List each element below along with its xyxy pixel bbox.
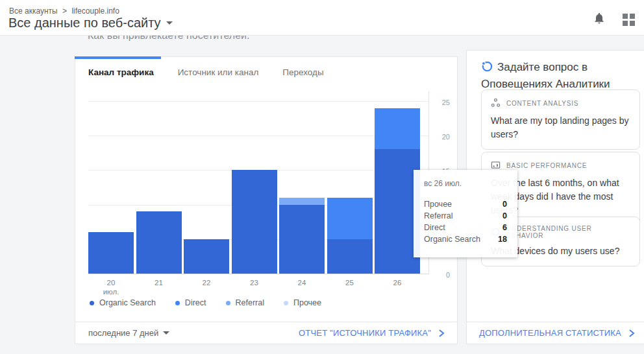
more-insights-link[interactable]: ДОПОЛНИТЕЛЬНАЯ СТАТИСТИКА [479,328,636,338]
bar-segment-organic-search[interactable] [279,205,325,274]
tab-traffic-channel[interactable]: Канал трафика [88,67,154,77]
insight-category: UNDERSTANDING USER BEHAVIOR [506,225,630,239]
page-title: Все данные по веб-сайту [8,16,161,30]
tooltip-row: Organic Search 18 [424,233,507,245]
bar-segment-organic-search[interactable] [136,211,182,274]
tooltip-value: 6 [502,222,507,233]
y-axis-tick: 25 [434,99,450,106]
cluster-icon [491,98,501,109]
gridline [88,274,429,274]
tab-bar: Канал трафика Источник или канал Переход… [75,57,457,77]
traffic-sources-report-link[interactable]: ОТЧЕТ "ИСТОЧНИКИ ТРАФИКА" [299,328,445,338]
legend-label: Прочее [293,298,321,307]
tooltip-label: Referral [424,210,452,222]
analytics-page: Как вы привлекаете посетителей. Все акка… [0,0,644,354]
analytics-intelligence-icon [481,60,493,77]
legend-dot-icon [90,301,94,305]
bar-day-20[interactable] [88,232,134,274]
chevron-right-icon [438,329,445,338]
notifications-bell-icon[interactable] [593,12,606,27]
traffic-channels-card: Канал трафика Источник или канал Переход… [75,56,458,344]
x-axis-tick: 24 [279,278,325,287]
chart-tooltip: вс 26 июл. Прочее 0 Referral 0 Direct 6 … [414,170,517,257]
breadcrumb-separator: > [62,6,67,16]
insights-footer: ДОПОЛНИТЕЛЬНАЯ СТАТИСТИКА [467,322,644,344]
chevron-down-icon [163,331,169,335]
view-selector[interactable]: Все данные по веб-сайту [8,16,173,30]
tooltip-row: Direct 6 [424,222,507,233]
legend-label: Organic Search [99,298,156,307]
insight-card-content-analysis[interactable]: CONTENT ANALYSIS What are my top landing… [481,89,640,150]
bar-segment-direct[interactable] [375,108,420,150]
chevron-right-icon [628,329,636,338]
legend-dot-icon [284,301,288,305]
tab-referrals[interactable]: Переходы [282,67,323,77]
report-link-label: ОТЧЕТ "ИСТОЧНИКИ ТРАФИКА" [299,328,431,338]
tab-source-medium[interactable]: Источник или канал [178,67,259,77]
x-axis-tick: 20июл. [88,278,134,296]
chart-legend: Organic Search Direct Referral Прочее [90,298,321,307]
date-range-label: последние 7 дней [88,328,158,338]
insight-question: What are my top landing pages by users? [491,114,630,141]
panel-title-text: Задайте вопрос в Оповещениях Аналитики [481,61,610,90]
bar-segment-organic-search[interactable] [88,232,134,274]
tooltip-label: Прочее [424,198,452,210]
legend-label: Direct [185,298,206,307]
tooltip-value: 0 [502,210,507,222]
bar-segment-organic-search[interactable] [232,170,277,274]
legend-item-other: Прочее [284,298,321,307]
legend-label: Referral [236,298,264,307]
y-axis-tick: 0 [434,271,450,279]
tooltip-value: 18 [498,233,507,245]
chart-plot: 051015202520июл.212223242526 [88,91,429,274]
insight-category: BASIC PERFORMANCE [506,162,587,169]
tooltip-value: 0 [502,198,507,210]
breadcrumb-property[interactable]: lifecouple.info [71,6,119,16]
bar-day-21[interactable] [136,211,182,274]
app-header: Все аккаунты > lifecouple.info Все данны… [0,0,644,36]
bar-day-24[interactable] [279,198,325,274]
bar-day-25[interactable] [327,198,373,274]
more-insights-label: ДОПОЛНИТЕЛЬНАЯ СТАТИСТИКА [479,328,621,338]
x-axis-tick: 23 [232,278,277,287]
legend-item-organic-search: Organic Search [90,298,156,307]
active-tab-indicator [75,56,161,59]
x-axis-tick: 25 [327,278,373,287]
bar-segment-referral[interactable] [279,198,325,205]
insight-category: CONTENT ANALYSIS [506,100,578,107]
breadcrumb: Все аккаунты > lifecouple.info [9,6,122,16]
y-axis-tick: 20 [434,133,450,141]
bar-segment-organic-search[interactable] [184,239,229,274]
legend-dot-icon [226,301,230,305]
tooltip-date: вс 26 июл. [424,179,507,188]
apps-grid-icon[interactable] [623,14,635,26]
tooltip-label: Direct [424,222,445,233]
bar-segment-direct[interactable] [327,198,373,239]
x-axis-tick: 26 [375,278,420,287]
bar-day-22[interactable] [184,239,229,274]
x-axis-tick: 22 [184,278,229,287]
date-range-selector[interactable]: последние 7 дней [88,328,169,338]
legend-dot-icon [175,301,180,305]
legend-item-direct: Direct [175,298,206,307]
bar-day-23[interactable] [232,170,277,274]
x-axis-tick: 21 [136,278,182,287]
tooltip-row: Прочее 0 [424,198,507,210]
legend-item-referral: Referral [226,298,264,307]
breadcrumb-all-accounts[interactable]: Все аккаунты [9,6,58,16]
tooltip-label: Organic Search [424,233,480,245]
traffic-card-footer: последние 7 дней ОТЧЕТ "ИСТОЧНИКИ ТРАФИК… [75,322,457,344]
tooltip-row: Referral 0 [424,210,507,222]
bar-segment-organic-search[interactable] [327,239,373,274]
gridline [88,101,429,102]
chevron-down-icon [166,21,173,25]
